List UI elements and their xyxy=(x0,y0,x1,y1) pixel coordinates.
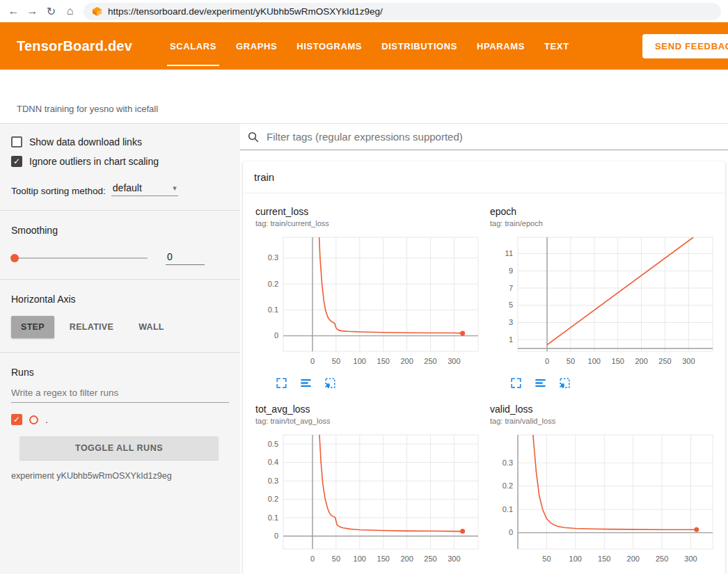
fit-domain-icon[interactable] xyxy=(324,376,337,390)
tab-text[interactable]: TEXT xyxy=(535,22,579,70)
svg-text:0: 0 xyxy=(310,555,315,563)
search-icon xyxy=(247,131,260,143)
svg-text:0.3: 0.3 xyxy=(503,459,513,467)
chart-card-valid-loss: valid_loss tag: train/valid_loss 5010015… xyxy=(484,394,719,574)
ignore-outliers-checkbox[interactable]: ✓ xyxy=(11,156,22,167)
train-group-card: train current_loss tag: train/current_lo… xyxy=(243,161,725,574)
address-bar[interactable]: https://tensorboard.dev/experiment/yKUbh… xyxy=(84,3,721,20)
tooltip-sorting-select[interactable]: default ▾ xyxy=(111,182,178,196)
svg-text:100: 100 xyxy=(354,357,366,365)
svg-text:50: 50 xyxy=(542,555,551,563)
line-chart-tot-avg-loss[interactable]: 05010015020025030000.10.20.30.40.5 xyxy=(253,431,482,567)
back-icon[interactable]: ← xyxy=(4,2,23,21)
svg-text:0.5: 0.5 xyxy=(268,440,278,448)
toggle-y-axis-icon[interactable] xyxy=(299,376,312,390)
svg-text:0.3: 0.3 xyxy=(268,253,278,262)
tab-hparams[interactable]: HPARAMS xyxy=(467,22,535,70)
chart-card-tot-avg-loss: tot_avg_loss tag: train/tot_avg_loss 050… xyxy=(250,394,484,574)
line-chart-epoch[interactable]: 0501001502002503001357911 xyxy=(487,233,717,369)
app-logo: TensorBoard.dev xyxy=(17,38,132,54)
tab-graphs[interactable]: GRAPHS xyxy=(226,22,287,70)
svg-text:0: 0 xyxy=(310,357,315,365)
svg-text:9: 9 xyxy=(509,266,513,275)
svg-text:250: 250 xyxy=(424,555,436,563)
svg-text:150: 150 xyxy=(598,555,610,563)
home-icon[interactable]: ⌂ xyxy=(61,2,79,21)
smoothing-value-input[interactable]: 0 xyxy=(166,251,205,265)
show-download-links-checkbox[interactable] xyxy=(11,136,22,148)
axis-step-button[interactable]: STEP xyxy=(11,316,54,338)
run-row[interactable]: ✓ . xyxy=(11,414,229,425)
tab-histograms[interactable]: HISTOGRAMS xyxy=(287,22,372,70)
chevron-down-icon: ▾ xyxy=(173,184,177,193)
svg-text:150: 150 xyxy=(377,357,390,365)
chart-card-current-loss: current_loss tag: train/current_loss 050… xyxy=(250,196,484,394)
svg-text:300: 300 xyxy=(448,357,460,365)
main-panel: train current_loss tag: train/current_lo… xyxy=(240,124,728,574)
train-group-header[interactable]: train xyxy=(243,161,725,193)
svg-text:200: 200 xyxy=(627,555,640,563)
run-name: . xyxy=(45,415,48,425)
line-chart-current-loss[interactable]: 05010015020025030000.10.20.3 xyxy=(253,233,482,369)
tab-distributions[interactable]: DISTRIBUTIONS xyxy=(372,22,467,70)
toggle-all-runs-button[interactable]: TOGGLE ALL RUNS xyxy=(19,436,219,460)
svg-text:0.1: 0.1 xyxy=(268,513,278,522)
tooltip-sorting-label: Tooltip sorting method: xyxy=(11,186,106,196)
smoothing-slider-row: 0 xyxy=(11,251,229,265)
svg-text:50: 50 xyxy=(332,555,340,563)
axis-wall-button[interactable]: WALL xyxy=(129,316,174,338)
svg-text:100: 100 xyxy=(354,555,366,563)
tensorboard-favicon xyxy=(92,6,102,17)
svg-text:100: 100 xyxy=(569,555,582,563)
divider xyxy=(0,210,240,211)
toggle-y-axis-icon[interactable] xyxy=(534,376,547,390)
ignore-outliers-label: Ignore outliers in chart scaling xyxy=(29,156,159,167)
svg-text:0.2: 0.2 xyxy=(268,280,278,288)
svg-text:0.1: 0.1 xyxy=(503,505,513,513)
cards-area: train current_loss tag: train/current_lo… xyxy=(240,150,728,574)
line-chart-valid-loss[interactable]: 5010015020025030000.10.20.3 xyxy=(487,431,717,567)
reload-icon[interactable]: ↻ xyxy=(42,2,61,21)
expand-chart-icon[interactable] xyxy=(509,376,523,390)
show-download-links-row[interactable]: Show data download links xyxy=(11,136,229,148)
svg-text:150: 150 xyxy=(612,357,624,365)
svg-text:1: 1 xyxy=(509,335,513,344)
send-feedback-button[interactable]: SEND FEEDBACK xyxy=(642,34,728,58)
fit-domain-icon[interactable] xyxy=(558,376,571,390)
smoothing-slider-thumb[interactable] xyxy=(10,254,19,262)
svg-text:0: 0 xyxy=(545,357,549,365)
chart-title: tot_avg_loss xyxy=(255,404,482,415)
chart-tag: tag: train/tot_avg_loss xyxy=(255,417,482,425)
forward-icon[interactable]: → xyxy=(23,2,42,21)
svg-text:50: 50 xyxy=(332,357,340,365)
chart-tag: tag: train/valid_loss xyxy=(490,417,716,425)
content: Show data download links ✓ Ignore outlie… xyxy=(0,124,728,574)
nav-tabs: SCALARS GRAPHS HISTOGRAMS DISTRIBUTIONS … xyxy=(160,22,579,70)
tooltip-sorting-row: Tooltip sorting method: default ▾ xyxy=(11,182,229,196)
svg-text:0.1: 0.1 xyxy=(268,305,278,314)
charts-grid: current_loss tag: train/current_loss 050… xyxy=(243,193,725,574)
url-text: https://tensorboard.dev/experiment/yKUbh… xyxy=(108,6,383,17)
svg-text:100: 100 xyxy=(588,357,601,365)
experiment-id-label: experiment yKUbhb5wRmOSXYkId1z9eg xyxy=(11,471,229,481)
run-checkbox[interactable]: ✓ xyxy=(11,414,22,425)
chart-card-epoch: epoch tag: train/epoch 05010015020025030… xyxy=(484,196,719,394)
ignore-outliers-row[interactable]: ✓ Ignore outliers in chart scaling xyxy=(11,156,229,167)
svg-text:0.2: 0.2 xyxy=(503,481,513,490)
svg-text:3: 3 xyxy=(509,318,513,326)
svg-text:300: 300 xyxy=(684,555,697,563)
runs-regex-input[interactable] xyxy=(11,383,229,403)
run-color-swatch xyxy=(29,415,38,424)
svg-text:200: 200 xyxy=(635,357,647,365)
tag-filter-input[interactable] xyxy=(267,131,721,143)
chart-title: current_loss xyxy=(255,206,482,217)
svg-text:250: 250 xyxy=(658,357,671,365)
axis-relative-button[interactable]: RELATIVE xyxy=(60,316,123,338)
tag-filter-row xyxy=(240,124,728,150)
svg-text:300: 300 xyxy=(448,555,460,563)
horizontal-axis-buttons: STEP RELATIVE WALL xyxy=(11,316,229,338)
smoothing-slider[interactable] xyxy=(11,257,148,259)
expand-chart-icon[interactable] xyxy=(275,376,288,390)
tab-scalars[interactable]: SCALARS xyxy=(160,22,226,70)
page: ← → ↻ ⌂ https://tensorboard.dev/experime… xyxy=(0,0,728,574)
